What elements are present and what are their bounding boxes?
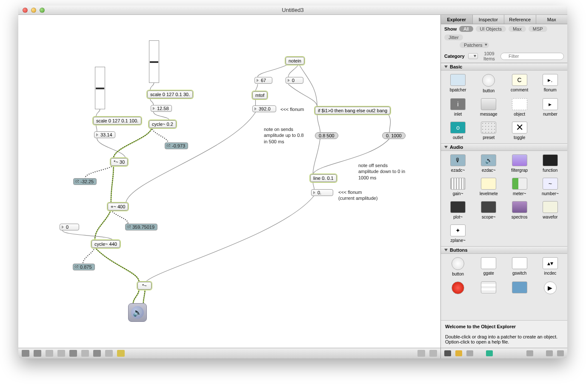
pal-levelmeter[interactable]: levelmete xyxy=(475,178,502,196)
msg-08-500[interactable]: 0.8 500 xyxy=(315,132,338,139)
pal-plot[interactable]: plot~ xyxy=(444,201,472,219)
new-view-icon[interactable] xyxy=(34,350,41,357)
obj-times-30[interactable]: *~ 30 xyxy=(111,158,128,166)
pal-object[interactable]: object xyxy=(506,98,533,116)
help-title: Welcome to the Object Explorer xyxy=(445,324,516,329)
gear-icon[interactable] xyxy=(444,350,451,356)
info-icon[interactable] xyxy=(81,350,89,357)
pal-zplane[interactable]: ✦zplane~ xyxy=(444,224,472,243)
add-icon[interactable] xyxy=(526,350,533,356)
help-icon[interactable] xyxy=(546,350,553,356)
obj-if[interactable]: if $i1>0 then bang else out2 bang xyxy=(315,107,390,114)
view-mode-1-icon[interactable] xyxy=(417,350,425,357)
obj-notein[interactable]: notein xyxy=(286,57,304,65)
pal-ezadc[interactable]: 🎙ezadc~ xyxy=(444,154,472,173)
view-mode-2-icon[interactable] xyxy=(429,350,437,357)
numbox-392[interactable]: 392.0 xyxy=(252,105,276,112)
grid-view-icon[interactable] xyxy=(455,350,462,356)
filter-max[interactable]: Max xyxy=(509,26,526,32)
filter-jitter[interactable]: Jitter xyxy=(444,34,463,40)
tab-reference[interactable]: Reference xyxy=(504,15,536,24)
pal-incdec[interactable]: ▴▾incdec xyxy=(537,257,564,276)
pal-matrixctrl[interactable] xyxy=(475,281,502,296)
pal-toggle[interactable]: toggle xyxy=(506,122,533,140)
pal-gain[interactable]: gain~ xyxy=(444,178,472,196)
pal-ezdac[interactable]: 🔊ezdac~ xyxy=(475,154,502,173)
pal-playbar[interactable]: ▶ xyxy=(537,281,564,296)
pal-function[interactable]: function xyxy=(537,154,564,173)
audio-on-icon[interactable] xyxy=(93,350,101,357)
pal-flonum[interactable]: ▸.flonum xyxy=(537,74,564,93)
pal-ggate[interactable]: ggate xyxy=(475,257,502,276)
filter-msp[interactable]: MSP xyxy=(529,26,547,32)
obj-scale-2[interactable]: scale 0 127 0.1 30. xyxy=(147,91,193,98)
obj-cycle-440[interactable]: cycle~ 440 xyxy=(91,240,120,248)
pal-preset[interactable]: preset xyxy=(475,122,502,140)
titlebar[interactable]: Untitled3 xyxy=(18,6,567,15)
palette-scroll[interactable]: Basic bpatcher button Ccomment ▸.flonum … xyxy=(441,63,567,320)
pal-button2[interactable]: button xyxy=(444,257,472,276)
msg-0-1000[interactable]: 0. 1000 xyxy=(382,132,406,139)
numbox-67[interactable]: 67 xyxy=(254,77,272,84)
zoom-button[interactable] xyxy=(40,8,45,13)
numbox-0-vel[interactable]: 0 xyxy=(286,77,303,84)
pal-button[interactable]: button xyxy=(475,74,502,93)
obj-plus-400[interactable]: +~ 400 xyxy=(108,203,128,210)
slider-1[interactable] xyxy=(95,67,105,109)
pal-led[interactable] xyxy=(444,281,472,296)
filter-patchers[interactable]: Patchers xyxy=(460,42,489,48)
flonumsig-0875[interactable]: 0.875 xyxy=(73,264,95,270)
pal-scope[interactable]: scope~ xyxy=(475,201,502,219)
grid-icon[interactable] xyxy=(105,350,113,357)
ezdac-object[interactable]: 🔊 xyxy=(128,303,147,322)
obj-mtof[interactable]: mtof xyxy=(252,91,267,99)
obj-times-sig[interactable]: *~ xyxy=(137,282,152,290)
pal-spectroscope[interactable]: spectros xyxy=(506,201,533,219)
minimize-button[interactable] xyxy=(31,8,36,13)
tab-explorer[interactable]: Explorer xyxy=(441,15,473,24)
pal-comment[interactable]: Ccomment xyxy=(506,74,533,93)
presentation-icon[interactable] xyxy=(69,350,77,357)
section-audio[interactable]: Audio xyxy=(441,143,567,151)
numbox-amp[interactable]: 0. xyxy=(311,189,333,196)
pal-numbersig[interactable]: ~number~ xyxy=(537,178,564,196)
lock-icon[interactable] xyxy=(22,350,29,357)
pal-waveform[interactable]: wavefor xyxy=(537,201,564,219)
pal-meter[interactable]: meter~ xyxy=(506,178,533,196)
tab-inspector[interactable]: Inspector xyxy=(473,15,505,24)
slider-2[interactable] xyxy=(149,40,159,83)
flonumsig-35975[interactable]: 359.75019 xyxy=(125,224,157,230)
zoom-icon[interactable] xyxy=(46,350,53,357)
pal-inlet[interactable]: iinlet xyxy=(444,98,472,116)
section-buttons[interactable]: Buttons xyxy=(441,246,567,254)
obj-cycle-02[interactable]: cycle~ 0.2 xyxy=(149,120,176,128)
flonumsig-m0973[interactable]: -0.973 xyxy=(165,142,188,149)
obj-line[interactable]: line 0. 0.1 xyxy=(310,174,337,182)
items-count: 1009 Items xyxy=(481,51,497,61)
patcher-canvas[interactable]: scale 0 127 0.1 100. scale 0 127 0.1 30.… xyxy=(18,15,440,348)
filter-all[interactable]: All xyxy=(459,26,473,32)
pal-gswitch[interactable]: gswitch xyxy=(506,257,533,276)
eye-icon[interactable] xyxy=(486,350,493,356)
numbox-0-left[interactable]: 0 xyxy=(60,224,79,230)
pal-message[interactable]: message xyxy=(475,98,502,116)
pal-outlet[interactable]: ooutlet xyxy=(444,122,472,140)
obj-scale-1[interactable]: scale 0 127 0.1 100. xyxy=(93,117,141,125)
search-input[interactable] xyxy=(500,53,564,60)
section-basic[interactable]: Basic xyxy=(441,63,567,71)
close-button[interactable] xyxy=(23,8,28,13)
numbox-33-14[interactable]: 33.14 xyxy=(94,131,115,138)
schedule-icon[interactable] xyxy=(117,350,125,357)
numbox-12-58[interactable]: 12.58 xyxy=(151,105,172,112)
pal-number[interactable]: ▸number xyxy=(537,98,564,116)
category-dropdown[interactable] xyxy=(468,53,478,59)
pal-filtergraph[interactable]: filtergrap xyxy=(506,154,533,173)
filter-ui-objects[interactable]: UI Objects xyxy=(476,26,506,32)
pal-nodes[interactable] xyxy=(506,281,533,296)
flonumsig-m3225[interactable]: -32.25 xyxy=(73,178,97,185)
list-view-icon[interactable] xyxy=(466,350,473,356)
pal-bpatcher[interactable]: bpatcher xyxy=(444,74,472,93)
tab-max[interactable]: Max xyxy=(536,15,568,24)
grid-snap-icon[interactable] xyxy=(57,350,65,357)
menu-icon[interactable] xyxy=(557,350,564,356)
